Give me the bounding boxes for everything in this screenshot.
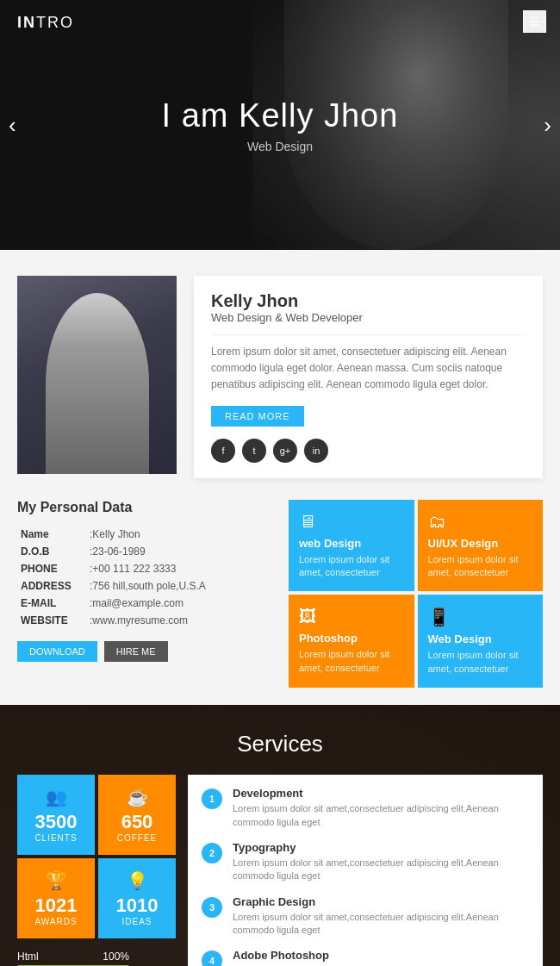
stat-awards: 🏆 1021 AWARDS bbox=[17, 858, 95, 938]
social-icons: f t g+ in bbox=[211, 439, 526, 463]
service-card-desc: Lorem ipsum dolor sit amet, consectetuer bbox=[428, 553, 533, 580]
service-text: Adobe Photoshop Lorem ipsum dolor sit am… bbox=[233, 949, 529, 966]
stat-clients: 👥 3500 CLIENTS bbox=[17, 775, 95, 855]
logo-text-light: TRO bbox=[36, 14, 74, 31]
stat-number: 3500 bbox=[26, 811, 86, 833]
table-row: ADDRESS :756 hill,south pole,U.S.A bbox=[17, 577, 271, 595]
service-cards-grid: 🖥 web Design Lorem ipsum dolor sit amet,… bbox=[289, 500, 543, 689]
service-card-desc: Lorem ipsum dolor sit amet, consectetuer bbox=[428, 649, 533, 676]
service-card-webdesign2[interactable]: 📱 Web Design Lorem ipsum dolor sit amet,… bbox=[418, 595, 544, 688]
services-section: Services 👥 3500 CLIENTS ☕ 650 COFFEE 🏆 1… bbox=[0, 705, 560, 966]
stat-label: COFFEE bbox=[107, 833, 167, 843]
service-num: 1 bbox=[202, 788, 222, 809]
about-section: Kelly Jhon Web Design & Web Developer Lo… bbox=[0, 250, 560, 705]
services-body: 👥 3500 CLIENTS ☕ 650 COFFEE 🏆 1021 AWARD… bbox=[17, 775, 543, 966]
stat-coffee: ☕ 650 COFFEE bbox=[98, 775, 176, 855]
field-value: :23-06-1989 bbox=[86, 543, 271, 560]
service-text-desc: Lorem ipsum dolor sit amet,consectetuer … bbox=[233, 802, 529, 829]
personal-data-table: Name :Kelly Jhon D.O.B :23-06-1989 PHONE… bbox=[17, 526, 271, 629]
service-text: Typography Lorem ipsum dolor sit amet,co… bbox=[233, 841, 529, 883]
stat-ideas: 💡 1010 IDEAS bbox=[98, 858, 176, 938]
stat-number: 650 bbox=[107, 811, 167, 833]
next-arrow[interactable]: › bbox=[544, 112, 551, 139]
stat-number: 1010 bbox=[107, 894, 167, 917]
service-card-desc: Lorem ipsum dolor sit amet, consectetuer bbox=[299, 648, 404, 675]
field-value: :www.myresume.com bbox=[86, 612, 271, 629]
service-num: 3 bbox=[202, 897, 222, 918]
hero-subtitle: Web Design bbox=[162, 140, 399, 153]
service-text: Graphic Design Lorem ipsum dolor sit ame… bbox=[233, 895, 529, 938]
facebook-icon[interactable]: f bbox=[211, 439, 235, 463]
table-row: WEBSITE :www.myresume.com bbox=[17, 612, 271, 629]
about-name: Kelly Jhon bbox=[211, 291, 526, 311]
stats-grid: 👥 3500 CLIENTS ☕ 650 COFFEE 🏆 1021 AWARD… bbox=[17, 775, 176, 938]
profile-photo bbox=[17, 276, 177, 474]
awards-icon: 🏆 bbox=[26, 870, 86, 891]
services-list-card: 1 Development Lorem ipsum dolor sit amet… bbox=[188, 775, 543, 966]
uxdesign-icon: 🗂 bbox=[428, 512, 533, 532]
service-text: Development Lorem ipsum dolor sit amet,c… bbox=[233, 787, 529, 829]
field-label: WEBSITE bbox=[17, 612, 86, 629]
service-text-desc: Lorem ipsum dolor sit amet,consectetuer … bbox=[233, 911, 529, 938]
skill-name: Html bbox=[17, 950, 39, 963]
service-list-item: 2 Typography Lorem ipsum dolor sit amet,… bbox=[202, 841, 529, 883]
hero-section: INTRO ☰ ‹ I am Kelly Jhon Web Design › bbox=[0, 0, 560, 250]
hero-content: I am Kelly Jhon Web Design bbox=[162, 97, 399, 153]
menu-button[interactable]: ☰ bbox=[523, 10, 546, 33]
service-text-desc: Lorem ipsum dolor sit amet,consectetuer … bbox=[233, 857, 529, 883]
service-card-webdesign[interactable]: 🖥 web Design Lorem ipsum dolor sit amet,… bbox=[289, 500, 414, 592]
skills-col: Html 100% Css 85% bbox=[17, 945, 129, 966]
personal-data: My Personal Data Name :Kelly Jhon D.O.B … bbox=[17, 500, 271, 689]
service-card-desc: Lorem ipsum dolor sit amet, consectetuer bbox=[299, 553, 404, 580]
service-text-title: Adobe Photoshop bbox=[233, 949, 529, 962]
linkedin-icon[interactable]: in bbox=[304, 439, 328, 463]
service-list-item: 3 Graphic Design Lorem ipsum dolor sit a… bbox=[202, 895, 529, 938]
coffee-icon: ☕ bbox=[107, 787, 167, 807]
hire-button[interactable]: HIRE ME bbox=[104, 641, 168, 662]
clients-icon: 👥 bbox=[26, 787, 86, 807]
skill-percent: 100% bbox=[103, 950, 129, 963]
table-row: Name :Kelly Jhon bbox=[17, 526, 271, 543]
download-button[interactable]: DOWNLOAD bbox=[17, 641, 97, 662]
skill-html: Html 100% bbox=[17, 950, 129, 966]
service-card-photoshop[interactable]: 🖼 Photoshop Lorem ipsum dolor sit amet, … bbox=[289, 595, 414, 688]
stat-label: CLIENTS bbox=[26, 833, 86, 843]
about-bio: Lorem ipsum dolor sit amet, consectetuer… bbox=[211, 344, 526, 394]
field-value: :Kelly Jhon bbox=[86, 526, 271, 543]
photoshop-icon: 🖼 bbox=[299, 607, 404, 626]
service-list-item: 4 Adobe Photoshop Lorem ipsum dolor sit … bbox=[202, 949, 529, 966]
ideas-icon: 💡 bbox=[107, 870, 167, 891]
field-label: E-MAIL bbox=[17, 595, 86, 612]
googleplus-icon[interactable]: g+ bbox=[273, 439, 297, 463]
table-row: E-MAIL :mail@example.com bbox=[17, 595, 271, 612]
about-bottom: My Personal Data Name :Kelly Jhon D.O.B … bbox=[17, 500, 543, 689]
field-label: D.O.B bbox=[17, 543, 86, 560]
service-card-title: UI/UX Design bbox=[428, 537, 533, 550]
about-info-card: Kelly Jhon Web Design & Web Developer Lo… bbox=[194, 276, 543, 478]
read-more-button[interactable]: READ MORE bbox=[211, 406, 304, 427]
field-value: :756 hill,south pole,U.S.A bbox=[86, 577, 271, 595]
action-buttons: DOWNLOAD HIRE ME bbox=[17, 641, 271, 662]
field-label: ADDRESS bbox=[17, 577, 86, 595]
webdesign-icon: 🖥 bbox=[299, 512, 404, 532]
prev-arrow[interactable]: ‹ bbox=[9, 112, 16, 139]
service-text-title: Development bbox=[233, 787, 529, 800]
stat-number: 1021 bbox=[26, 894, 86, 917]
twitter-icon[interactable]: t bbox=[242, 439, 266, 463]
profile-figure bbox=[46, 293, 149, 474]
field-value: :mail@example.com bbox=[86, 595, 271, 612]
service-list-item: 1 Development Lorem ipsum dolor sit amet… bbox=[202, 787, 529, 829]
service-card-title: web Design bbox=[299, 537, 404, 550]
about-top: Kelly Jhon Web Design & Web Developer Lo… bbox=[17, 276, 543, 478]
field-label: Name bbox=[17, 526, 86, 543]
field-value: :+00 111 222 3333 bbox=[86, 560, 271, 577]
service-num: 4 bbox=[202, 950, 222, 966]
service-text-title: Typography bbox=[233, 841, 529, 854]
personal-data-heading: My Personal Data bbox=[17, 500, 271, 515]
service-card-uxdesign[interactable]: 🗂 UI/UX Design Lorem ipsum dolor sit ame… bbox=[418, 500, 544, 592]
stat-label: IDEAS bbox=[107, 917, 167, 926]
stat-label: AWARDS bbox=[26, 917, 86, 926]
table-row: PHONE :+00 111 222 3333 bbox=[17, 560, 271, 577]
about-divider bbox=[211, 334, 526, 335]
service-card-title: Photoshop bbox=[299, 632, 404, 645]
